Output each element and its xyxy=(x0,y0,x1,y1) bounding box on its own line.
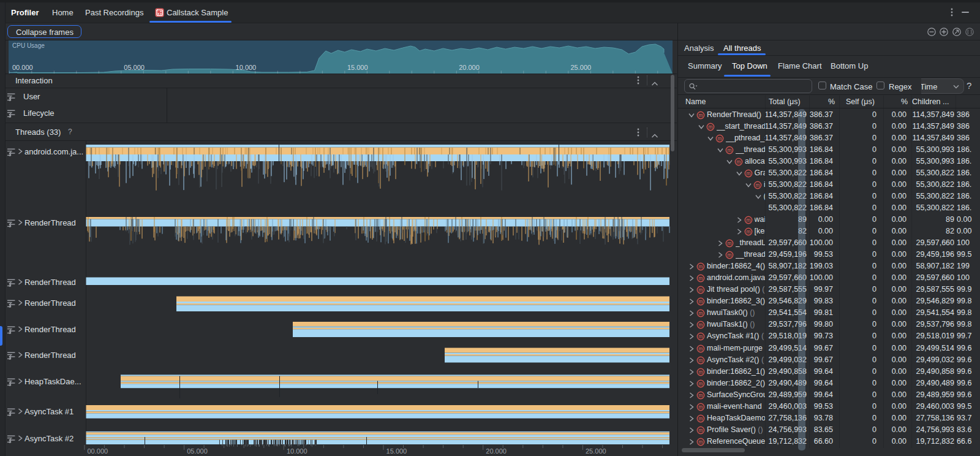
svg-text:m: m xyxy=(746,229,750,235)
svg-text:m: m xyxy=(698,333,703,340)
svg-text:m: m xyxy=(746,217,750,223)
svg-text:m: m xyxy=(698,392,703,398)
svg-text:m: m xyxy=(727,252,731,258)
svg-text:m: m xyxy=(698,264,703,270)
svg-text:m: m xyxy=(698,112,703,118)
svg-text:m: m xyxy=(736,159,741,165)
svg-text:m: m xyxy=(698,381,703,387)
svg-text:m: m xyxy=(698,275,703,281)
svg-text:m: m xyxy=(698,427,703,433)
svg-text:m: m xyxy=(698,310,703,316)
svg-text:m: m xyxy=(698,404,703,410)
svg-text:m: m xyxy=(698,322,703,328)
svg-text:m: m xyxy=(698,357,703,363)
svg-text:m: m xyxy=(727,147,731,153)
svg-text:m: m xyxy=(755,182,760,188)
svg-text:m: m xyxy=(708,124,712,130)
svg-text:m: m xyxy=(698,298,703,305)
svg-text:m: m xyxy=(698,439,703,445)
svg-text:m: m xyxy=(698,346,703,352)
svg-text:m: m xyxy=(698,369,703,375)
svg-text:m: m xyxy=(746,170,750,177)
svg-text:m: m xyxy=(698,416,703,422)
svg-text:m: m xyxy=(727,240,731,246)
svg-text:m: m xyxy=(717,135,722,142)
svg-text:m: m xyxy=(698,287,703,293)
